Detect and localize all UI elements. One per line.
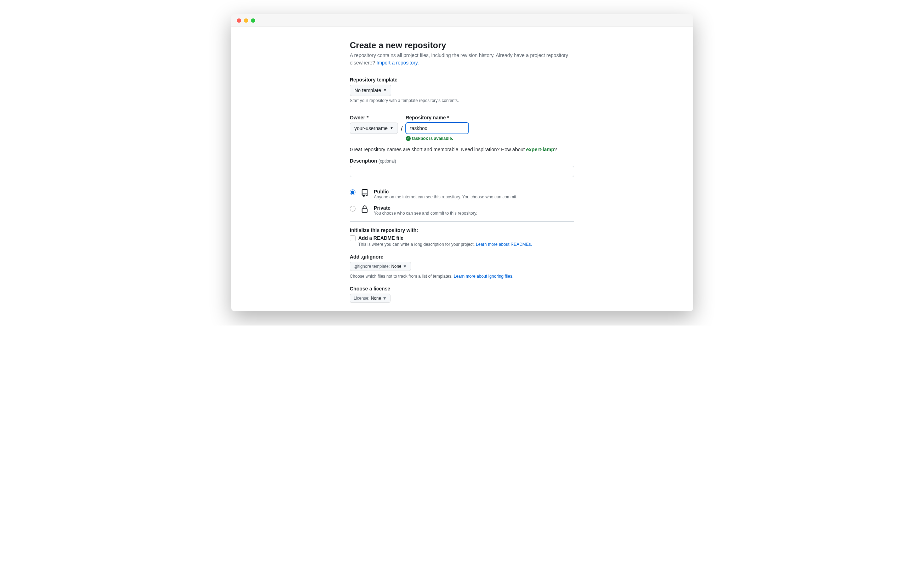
template-selected-value: No template xyxy=(355,87,381,94)
inspiration-text: Great repository names are short and mem… xyxy=(350,147,574,152)
gitignore-learn-more-link[interactable]: Learn more about ignoring files. xyxy=(454,274,513,279)
optional-tag: (optional) xyxy=(378,159,396,164)
owner-row: Owner * your-username ▼ / Repository nam… xyxy=(350,115,574,141)
availability-status: ✓ taskbox is available. xyxy=(406,136,469,141)
page-subtitle: A repository contains all project files,… xyxy=(350,52,574,66)
browser-window: Create a new repository A repository con… xyxy=(231,14,693,311)
gitignore-value: None xyxy=(391,263,401,269)
readme-checkbox[interactable] xyxy=(350,236,355,241)
check-circle-icon: ✓ xyxy=(406,136,411,141)
gitignore-helper: Choose which files not to track from a l… xyxy=(350,274,574,279)
template-helper: Start your repository with a template re… xyxy=(350,98,574,103)
repo-name-label: Repository name * xyxy=(406,115,469,121)
minimize-window-button[interactable] xyxy=(244,18,248,23)
traffic-lights xyxy=(237,18,255,23)
readme-learn-more-link[interactable]: Learn more about READMEs. xyxy=(476,242,532,247)
lock-icon xyxy=(360,205,369,213)
license-select[interactable]: License: None ▼ xyxy=(350,294,391,303)
name-section: Owner * your-username ▼ / Repository nam… xyxy=(350,109,574,183)
close-window-button[interactable] xyxy=(237,18,241,23)
availability-text: taskbox is available. xyxy=(412,136,453,141)
import-repository-link[interactable]: Import a repository. xyxy=(377,60,419,66)
public-content: Public Anyone on the internet can see th… xyxy=(374,189,574,200)
slash-separator: / xyxy=(401,125,403,133)
gitignore-label: Add .gitignore xyxy=(350,254,574,259)
initialize-label: Initialize this repository with: xyxy=(350,227,574,233)
gitignore-select[interactable]: .gitignore template: None ▼ xyxy=(350,262,411,271)
maximize-window-button[interactable] xyxy=(251,18,255,23)
private-desc: You choose who can see and commit to thi… xyxy=(374,211,574,216)
owner-select[interactable]: your-username ▼ xyxy=(350,122,398,134)
initialize-section: Initialize this repository with: Add a R… xyxy=(350,222,574,311)
template-label: Repository template xyxy=(350,77,574,83)
readme-title: Add a README file xyxy=(358,235,404,241)
readme-desc: This is where you can write a long descr… xyxy=(358,242,574,247)
description-label: Description (optional) xyxy=(350,158,574,164)
private-title: Private xyxy=(374,205,574,211)
template-section: Repository template No template ▼ Start … xyxy=(350,71,574,109)
suggestion-link[interactable]: expert-lamp xyxy=(526,147,554,152)
public-title: Public xyxy=(374,189,574,195)
main-form: Create a new repository A repository con… xyxy=(350,40,574,311)
visibility-section: Public Anyone on the internet can see th… xyxy=(350,183,574,221)
template-select[interactable]: No template ▼ xyxy=(350,85,391,96)
repo-name-input[interactable] xyxy=(406,122,469,134)
titlebar xyxy=(231,14,693,27)
license-label: Choose a license xyxy=(350,286,574,292)
repo-name-column: Repository name * ✓ taskbox is available… xyxy=(406,115,469,141)
owner-selected-value: your-username xyxy=(355,125,388,132)
caret-down-icon: ▼ xyxy=(403,263,407,269)
visibility-public-row: Public Anyone on the internet can see th… xyxy=(350,189,574,200)
public-radio[interactable] xyxy=(350,190,355,195)
readme-row: Add a README file xyxy=(350,235,574,241)
owner-label: Owner * xyxy=(350,115,398,121)
caret-down-icon: ▼ xyxy=(390,125,393,132)
owner-column: Owner * your-username ▼ xyxy=(350,115,398,134)
repo-icon xyxy=(360,189,369,197)
caret-down-icon: ▼ xyxy=(382,295,386,301)
page-content: Create a new repository A repository con… xyxy=(231,27,693,311)
public-desc: Anyone on the internet can see this repo… xyxy=(374,195,574,200)
license-value: None xyxy=(371,295,381,301)
page-title: Create a new repository xyxy=(350,40,574,50)
private-content: Private You choose who can see and commi… xyxy=(374,205,574,216)
private-radio[interactable] xyxy=(350,206,355,211)
description-input[interactable] xyxy=(350,166,574,177)
visibility-private-row: Private You choose who can see and commi… xyxy=(350,205,574,216)
caret-down-icon: ▼ xyxy=(383,87,386,94)
